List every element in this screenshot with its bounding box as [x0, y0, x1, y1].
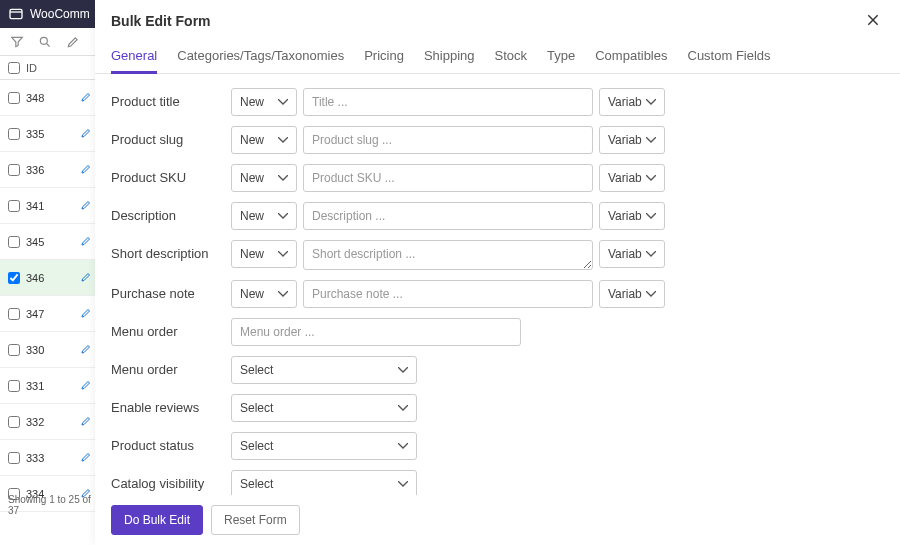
table-row[interactable]: 331 — [0, 368, 100, 404]
row-id: 336 — [26, 164, 44, 176]
label-product-status: Product status — [111, 432, 231, 453]
table-row[interactable]: 332 — [0, 404, 100, 440]
tab-shipping[interactable]: Shipping — [424, 40, 475, 73]
table-row[interactable]: 336 — [0, 152, 100, 188]
pencil-icon[interactable] — [80, 343, 92, 357]
label-enable-reviews: Enable reviews — [111, 394, 231, 415]
search-icon[interactable] — [38, 35, 52, 49]
close-button[interactable] — [862, 10, 884, 32]
select-menu-order[interactable]: Select — [231, 356, 417, 384]
row-id: 341 — [26, 200, 44, 212]
bg-toolbar — [0, 28, 100, 56]
tab-general[interactable]: General — [111, 40, 157, 73]
input-product-slug[interactable] — [303, 126, 593, 154]
pencil-icon[interactable] — [80, 163, 92, 177]
row-checkbox[interactable] — [8, 236, 20, 248]
table-row[interactable]: 330 — [0, 332, 100, 368]
row-checkbox[interactable] — [8, 200, 20, 212]
row-checkbox[interactable] — [8, 308, 20, 320]
row-id: 335 — [26, 128, 44, 140]
variable-product-title[interactable]: Variable — [599, 88, 665, 116]
label-menu-order-sel: Menu order — [111, 356, 231, 377]
label-purchase-note: Purchase note — [111, 280, 231, 301]
label-product-sku: Product SKU — [111, 164, 231, 185]
input-description[interactable] — [303, 202, 593, 230]
table-row[interactable]: 341 — [0, 188, 100, 224]
input-product-sku[interactable] — [303, 164, 593, 192]
svg-point-1 — [40, 37, 47, 44]
row-product-title: Product title New Variable — [111, 88, 884, 116]
row-id: 331 — [26, 380, 44, 392]
variable-purchase-note[interactable]: Variable — [599, 280, 665, 308]
textarea-short-description[interactable] — [303, 240, 593, 270]
row-checkbox[interactable] — [8, 452, 20, 464]
row-menu-order-num: Menu order — [111, 318, 884, 346]
input-menu-order[interactable] — [231, 318, 521, 346]
table-row[interactable]: 348 — [0, 80, 100, 116]
tab-custom-fields[interactable]: Custom Fields — [688, 40, 771, 73]
reset-form-button[interactable]: Reset Form — [211, 505, 300, 535]
row-enable-reviews: Enable reviews Select — [111, 394, 884, 422]
variable-product-sku[interactable]: Variable — [599, 164, 665, 192]
pencil-icon[interactable] — [80, 235, 92, 249]
select-catalog-visibility[interactable]: Select — [231, 470, 417, 495]
pencil-icon[interactable] — [80, 415, 92, 429]
pencil-icon[interactable] — [80, 307, 92, 321]
mode-description[interactable]: New — [231, 202, 297, 230]
table-row[interactable]: 347 — [0, 296, 100, 332]
mode-purchase-note[interactable]: New — [231, 280, 297, 308]
row-product-status: Product status Select — [111, 432, 884, 460]
pencil-icon[interactable] — [80, 271, 92, 285]
label-description: Description — [111, 202, 231, 223]
tab-pricing[interactable]: Pricing — [364, 40, 404, 73]
table-row[interactable]: 346 — [0, 260, 100, 296]
row-checkbox[interactable] — [8, 416, 20, 428]
row-product-sku: Product SKU New Variable — [111, 164, 884, 192]
row-menu-order-sel: Menu order Select — [111, 356, 884, 384]
pencil-icon[interactable] — [80, 451, 92, 465]
pencil-icon[interactable] — [80, 199, 92, 213]
row-short-description: Short description New Variable — [111, 240, 884, 270]
row-checkbox[interactable] — [8, 128, 20, 140]
table-row[interactable]: 335 — [0, 116, 100, 152]
modal-tabs: General Categories/Tags/Taxonomies Prici… — [95, 40, 900, 74]
row-id: 332 — [26, 416, 44, 428]
row-checkbox[interactable] — [8, 380, 20, 392]
bulk-edit-modal: Bulk Edit Form General Categories/Tags/T… — [95, 0, 900, 545]
row-checkbox[interactable] — [8, 272, 20, 284]
row-product-slug: Product slug New Variable — [111, 126, 884, 154]
select-all-checkbox[interactable] — [8, 62, 20, 74]
row-checkbox[interactable] — [8, 92, 20, 104]
mode-product-sku[interactable]: New — [231, 164, 297, 192]
row-purchase-note: Purchase note New Variable — [111, 280, 884, 308]
modal-title: Bulk Edit Form — [111, 13, 211, 29]
mode-product-title[interactable]: New — [231, 88, 297, 116]
tab-compatibles[interactable]: Compatibles — [595, 40, 667, 73]
filter-icon[interactable] — [10, 35, 24, 49]
tab-categories[interactable]: Categories/Tags/Taxonomies — [177, 40, 344, 73]
select-enable-reviews[interactable]: Select — [231, 394, 417, 422]
pencil-icon[interactable] — [80, 91, 92, 105]
tab-type[interactable]: Type — [547, 40, 575, 73]
row-checkbox[interactable] — [8, 164, 20, 176]
pencil-icon[interactable] — [80, 379, 92, 393]
input-purchase-note[interactable] — [303, 280, 593, 308]
table-row[interactable]: 333 — [0, 440, 100, 476]
label-product-slug: Product slug — [111, 126, 231, 147]
row-id: 333 — [26, 452, 44, 464]
table-row[interactable]: 345 — [0, 224, 100, 260]
input-product-title[interactable] — [303, 88, 593, 116]
row-checkbox[interactable] — [8, 344, 20, 356]
edit-icon[interactable] — [66, 35, 80, 49]
close-icon — [866, 13, 880, 27]
variable-product-slug[interactable]: Variable — [599, 126, 665, 154]
variable-short-description[interactable]: Variable — [599, 240, 665, 268]
pencil-icon[interactable] — [80, 127, 92, 141]
variable-description[interactable]: Variable — [599, 202, 665, 230]
mode-short-description[interactable]: New — [231, 240, 297, 268]
select-product-status[interactable]: Select — [231, 432, 417, 460]
do-bulk-edit-button[interactable]: Do Bulk Edit — [111, 505, 203, 535]
tab-stock[interactable]: Stock — [495, 40, 528, 73]
mode-product-slug[interactable]: New — [231, 126, 297, 154]
label-menu-order-num: Menu order — [111, 318, 231, 339]
